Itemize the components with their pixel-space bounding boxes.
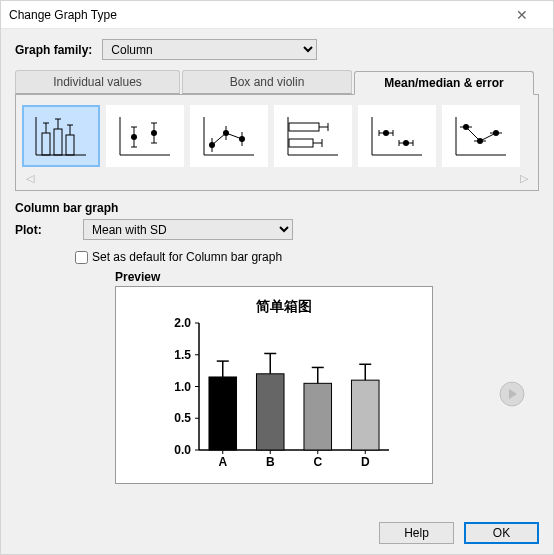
svg-text:1.5: 1.5 [174, 348, 191, 362]
svg-rect-8 [66, 135, 74, 155]
close-icon[interactable]: ✕ [499, 7, 545, 23]
graph-family-label: Graph family: [15, 43, 92, 57]
svg-rect-73 [256, 374, 284, 450]
window-title: Change Graph Type [9, 8, 117, 22]
plot-select[interactable]: Mean with SD [83, 219, 293, 240]
set-default-checkbox[interactable] [75, 251, 88, 264]
svg-text:0.0: 0.0 [174, 443, 191, 457]
set-default-label: Set as default for Column bar graph [92, 250, 282, 264]
ok-button[interactable]: OK [464, 522, 539, 544]
chart-option-column-bar[interactable] [22, 105, 100, 167]
tab-mean-median-error[interactable]: Mean/median & error [354, 71, 534, 95]
svg-text:C: C [313, 455, 322, 469]
svg-rect-5 [54, 129, 62, 155]
svg-text:简单箱图: 简单箱图 [255, 299, 312, 314]
svg-text:D: D [361, 455, 370, 469]
preview-panel: 简单箱图0.00.51.01.52.0ABCD [115, 286, 433, 484]
chart-option-line-error-2[interactable] [442, 105, 520, 167]
svg-text:B: B [266, 455, 275, 469]
preview-label: Preview [115, 270, 435, 284]
svg-rect-78 [304, 383, 332, 450]
selected-chart-label: Column bar graph [15, 201, 539, 215]
svg-text:0.5: 0.5 [174, 411, 191, 425]
gallery-scroll-left-icon[interactable]: ◁ [26, 172, 34, 185]
play-icon[interactable] [499, 381, 525, 407]
chart-option-line-error[interactable] [190, 105, 268, 167]
tab-bar: Individual values Box and violin Mean/me… [15, 70, 539, 95]
svg-text:2.0: 2.0 [174, 316, 191, 330]
svg-rect-83 [351, 380, 379, 450]
svg-rect-68 [209, 377, 237, 450]
chart-option-horizontal-bar[interactable] [274, 105, 352, 167]
chart-type-gallery [20, 103, 534, 169]
svg-text:A: A [218, 455, 227, 469]
chart-option-scatter-error[interactable] [106, 105, 184, 167]
svg-rect-31 [289, 123, 319, 131]
svg-rect-34 [289, 139, 313, 147]
chart-option-scatter-error-2[interactable] [358, 105, 436, 167]
tab-box-and-violin[interactable]: Box and violin [182, 70, 352, 94]
plot-label: Plot: [15, 223, 55, 237]
svg-text:1.0: 1.0 [174, 380, 191, 394]
preview-chart: 简单箱图0.00.51.01.52.0ABCD [144, 295, 404, 475]
help-button[interactable]: Help [379, 522, 454, 544]
graph-family-select[interactable]: Column [102, 39, 317, 60]
tab-individual-values[interactable]: Individual values [15, 70, 180, 94]
gallery-scroll-right-icon[interactable]: ▷ [520, 172, 528, 185]
svg-rect-2 [42, 133, 50, 155]
